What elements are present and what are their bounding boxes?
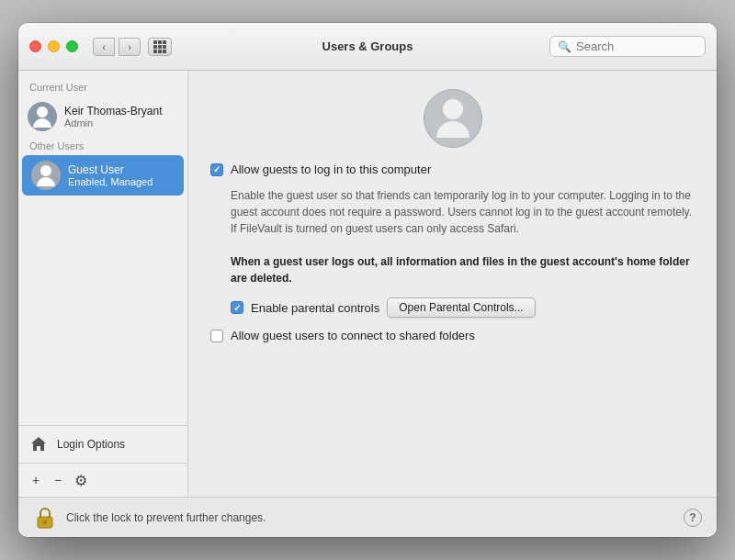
current-user-info: Keir Thomas-Bryant Admin bbox=[64, 105, 162, 129]
open-parental-controls-button[interactable]: Open Parental Controls... bbox=[387, 297, 535, 318]
plus-icon: + bbox=[32, 473, 40, 487]
house-icon bbox=[28, 433, 50, 455]
guest-description: Enable the guest user so that friends ca… bbox=[231, 187, 695, 286]
titlebar: ‹ › Users & Groups 🔍 bbox=[18, 23, 717, 71]
traffic-lights bbox=[29, 40, 78, 52]
other-users-label: Other Users bbox=[18, 137, 187, 155]
remove-user-button[interactable]: − bbox=[48, 470, 68, 490]
window-title: Users & Groups bbox=[322, 39, 413, 53]
guest-avatar-large bbox=[424, 89, 482, 148]
chevron-left-icon: ‹ bbox=[102, 41, 106, 52]
allow-shared-checkbox[interactable] bbox=[210, 330, 223, 342]
grid-icon bbox=[153, 40, 166, 53]
preferences-window: ‹ › Users & Groups 🔍 Current User bbox=[18, 23, 717, 537]
chevron-right-icon: › bbox=[128, 41, 131, 52]
guest-user-item[interactable]: Guest User Enabled, Managed bbox=[22, 155, 184, 196]
parental-controls-row: Enable parental controls Open Parental C… bbox=[231, 297, 695, 318]
maximize-button[interactable] bbox=[66, 40, 78, 52]
current-user-role: Admin bbox=[64, 118, 162, 129]
description-normal-text: Enable the guest user so that friends ca… bbox=[231, 189, 692, 235]
login-options-button[interactable]: Login Options bbox=[18, 426, 187, 463]
login-options-label: Login Options bbox=[57, 438, 125, 451]
back-button[interactable]: ‹ bbox=[93, 38, 115, 56]
guest-user-status: Enabled, Managed bbox=[68, 176, 153, 187]
bottom-bar: Click the lock to prevent further change… bbox=[18, 497, 717, 537]
search-box[interactable]: 🔍 bbox=[549, 36, 706, 57]
description-bold-text: When a guest user logs out, all informat… bbox=[231, 255, 690, 285]
search-input[interactable] bbox=[576, 39, 697, 53]
lock-description: Click the lock to prevent further change… bbox=[66, 511, 266, 524]
current-user-name: Keir Thomas-Bryant bbox=[64, 105, 162, 118]
lock-icon[interactable] bbox=[33, 506, 57, 530]
parental-controls-checkbox[interactable] bbox=[231, 301, 243, 314]
allow-guests-label: Allow guests to log in to this computer bbox=[231, 162, 431, 176]
minimize-button[interactable] bbox=[48, 40, 60, 52]
close-button[interactable] bbox=[29, 40, 41, 52]
question-mark-icon: ? bbox=[689, 511, 695, 524]
allow-guests-checkbox[interactable] bbox=[210, 163, 223, 176]
allow-shared-row: Allow guest users to connect to shared f… bbox=[210, 329, 695, 342]
help-button[interactable]: ? bbox=[684, 509, 702, 527]
guest-user-name: Guest User bbox=[68, 163, 153, 176]
forward-button[interactable]: › bbox=[119, 38, 141, 56]
svg-marker-0 bbox=[31, 437, 46, 451]
avatar-large-person-icon bbox=[436, 99, 469, 138]
allow-guests-row: Allow guests to log in to this computer bbox=[210, 162, 695, 176]
svg-rect-2 bbox=[43, 521, 47, 524]
content-area: Current User Keir Thomas-Bryant Admin Ot… bbox=[18, 71, 717, 497]
nav-buttons: ‹ › bbox=[93, 38, 141, 56]
avatar-person-icon bbox=[37, 165, 55, 186]
parental-controls-label: Enable parental controls bbox=[251, 301, 379, 315]
main-panel: Allow guests to log in to this computer … bbox=[188, 71, 717, 497]
allow-shared-label: Allow guest users to connect to shared f… bbox=[231, 329, 475, 342]
sidebar: Current User Keir Thomas-Bryant Admin Ot… bbox=[18, 71, 188, 497]
grid-button[interactable] bbox=[148, 38, 172, 56]
current-user-label: Current User bbox=[18, 78, 187, 96]
guest-user-avatar bbox=[31, 161, 61, 190]
avatar-person-icon bbox=[33, 106, 51, 128]
current-user-item[interactable]: Keir Thomas-Bryant Admin bbox=[18, 96, 187, 137]
gear-menu-button[interactable]: ⚙ bbox=[70, 469, 92, 491]
sidebar-toolbar: + − ⚙ bbox=[18, 464, 187, 497]
minus-icon: − bbox=[54, 473, 62, 487]
add-user-button[interactable]: + bbox=[26, 470, 46, 490]
search-icon: 🔍 bbox=[558, 40, 571, 53]
gear-icon: ⚙ bbox=[74, 472, 87, 489]
current-user-avatar bbox=[28, 102, 57, 131]
guest-user-info: Guest User Enabled, Managed bbox=[68, 163, 153, 187]
